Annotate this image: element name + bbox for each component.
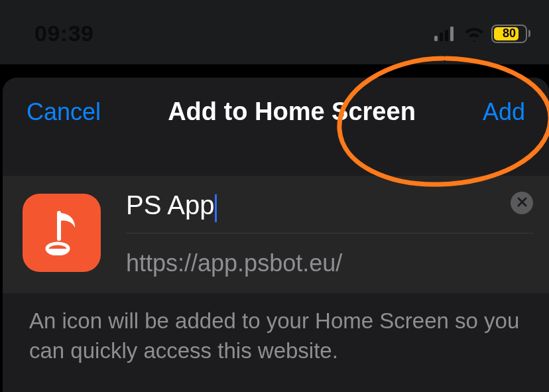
status-time: 09:39: [34, 21, 93, 46]
cellular-icon: [434, 27, 457, 41]
battery-percent: 80: [503, 27, 516, 40]
wifi-icon: [463, 26, 485, 42]
music-note-icon: [43, 208, 80, 258]
svg-rect-2: [445, 30, 448, 41]
svg-rect-0: [434, 36, 438, 41]
form-section: PS App https://app.psbot.eu/: [3, 176, 549, 293]
app-name-input-wrapper[interactable]: PS App: [126, 188, 533, 233]
svg-rect-3: [450, 27, 454, 41]
status-bar: 09:39 80: [0, 0, 549, 64]
cancel-button[interactable]: Cancel: [27, 98, 101, 126]
app-icon: [23, 194, 101, 272]
xmark-icon: [517, 197, 527, 209]
sheet-navbar: Cancel Add to Home Screen Add: [3, 78, 549, 146]
text-cursor: [215, 194, 217, 222]
clear-text-button[interactable]: [511, 192, 533, 214]
add-button[interactable]: Add: [483, 98, 525, 126]
add-to-home-sheet: Cancel Add to Home Screen Add: [3, 78, 549, 392]
description-text: An icon will be added to your Home Scree…: [3, 293, 549, 379]
battery-icon: 80: [491, 25, 530, 43]
sheet-title: Add to Home Screen: [168, 98, 416, 126]
svg-rect-1: [440, 33, 443, 41]
status-right: 80: [434, 25, 530, 43]
app-name-input: PS App: [126, 188, 533, 233]
app-url: https://app.psbot.eu/: [126, 233, 533, 277]
